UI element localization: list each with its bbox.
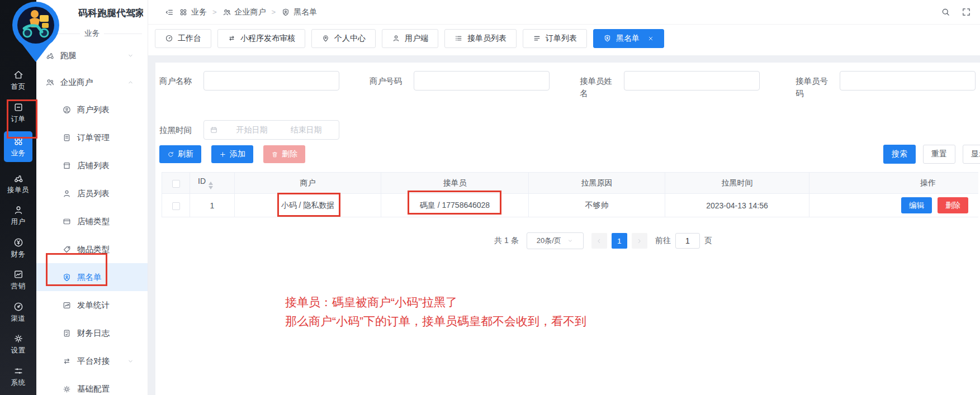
sidebar-item-订单管理[interactable]: 订单管理 <box>36 123 148 151</box>
sidebar-item-店铺类型[interactable]: 店铺类型 <box>36 207 148 235</box>
next-page-button[interactable] <box>632 233 647 249</box>
menu-fold-icon <box>165 8 174 17</box>
doc-check-icon <box>62 329 72 338</box>
delete-button[interactable]: 删除 <box>263 145 305 163</box>
filter-field-商户名称: 商户名称 <box>159 71 370 99</box>
search-button[interactable]: 搜索 <box>883 145 916 164</box>
goto-label: 前往 <box>655 236 671 246</box>
sidebar-item-label: 平台对接 <box>77 356 110 367</box>
rail-item-label: 订单 <box>11 115 26 124</box>
sidebar-item-店铺列表[interactable]: 店铺列表 <box>36 151 148 179</box>
col-id[interactable]: ID <box>190 173 235 194</box>
tab-工作台[interactable]: 工作台 <box>155 29 211 48</box>
rail-item-设置[interactable]: 设置 <box>4 331 32 358</box>
rail-item-营销[interactable]: 营销 <box>4 266 32 294</box>
sidebar-item-平台对接[interactable]: 平台对接 <box>36 347 148 375</box>
sort-icon[interactable] <box>209 182 213 189</box>
display-columns-button[interactable]: 显示 <box>963 145 980 164</box>
breadcrumb-label: 企业商户 <box>235 7 266 17</box>
rail-item-label: 渠道 <box>11 314 26 323</box>
swap-icon <box>228 34 236 42</box>
sidebar-item-黑名单[interactable]: 黑名单 <box>36 263 148 291</box>
goto-page-input[interactable] <box>675 233 700 249</box>
user-icon <box>13 204 24 216</box>
rail-item-label: 用户 <box>11 217 26 227</box>
search-icon[interactable] <box>941 7 950 17</box>
add-button[interactable]: 添加 <box>211 145 253 163</box>
prev-page-button[interactable] <box>591 233 607 249</box>
row-delete-button[interactable]: 删除 <box>938 197 968 213</box>
sidebar-item-财务日志[interactable]: 财务日志 <box>36 319 148 347</box>
rail-item-财务[interactable]: 财务 <box>4 234 32 261</box>
tab-label: 黑名单 <box>616 34 640 44</box>
page-unit-label: 页 <box>704 236 712 246</box>
sidebar-item-label: 企业商户 <box>60 77 93 88</box>
annotation-line-2: 那么商户“小码”下的订单，接单员碼皇都不会收到，看不到 <box>285 312 980 331</box>
rail-item-首页[interactable]: 首页 <box>4 67 32 94</box>
reset-button[interactable]: 重置 <box>923 145 955 164</box>
edit-button[interactable]: 编辑 <box>901 197 932 213</box>
sidebar-item-物品类型[interactable]: 物品类型 <box>36 235 148 263</box>
grid-icon <box>13 136 24 147</box>
swap-icon <box>62 356 72 366</box>
shield-user-icon <box>281 8 290 17</box>
rail-item-接单员[interactable]: 接单员 <box>4 170 32 197</box>
tab-用户端[interactable]: 用户端 <box>382 29 438 48</box>
date-range-picker[interactable]: 开始日期结束日期 <box>203 120 339 140</box>
rail-item-系统[interactable]: 系统 <box>4 363 32 390</box>
breadcrumb-item-业务[interactable]: 业务 <box>179 7 207 17</box>
rail-item-用户[interactable]: 用户 <box>4 202 32 230</box>
rail-item-label: 设置 <box>11 346 26 355</box>
breadcrumb-item-黑名单[interactable]: 黑名单 <box>281 7 317 17</box>
tab-黑名单[interactable]: 黑名单 <box>593 29 664 48</box>
scooter-icon <box>13 173 24 184</box>
page: 首页订单业务接单员用户财务营销渠道设置系统 码科跑腿代驾家政... 业务 跑腿企… <box>0 0 980 395</box>
select-all-checkbox[interactable] <box>172 180 180 188</box>
lines-icon <box>533 34 541 42</box>
sidebar-item-企业商户[interactable]: 企业商户 <box>36 69 148 96</box>
annotation-line-1: 接单员：碼皇被商户“小码”拉黑了 <box>285 293 980 312</box>
row-checkbox[interactable] <box>172 202 180 210</box>
rail-item-业务[interactable]: 业务 <box>4 131 32 162</box>
tab-小程序发布审核[interactable]: 小程序发布审核 <box>217 29 305 48</box>
tab-bar: 工作台小程序发布审核个人中心用户端接单员列表订单列表黑名单 <box>148 25 980 55</box>
tab-label: 订单列表 <box>546 34 577 44</box>
rail-item-label: 首页 <box>11 82 26 92</box>
content-card: 商户名称商户号码接单员姓名接单员号码拉黑时间开始日期结束日期 刷新 添加 删除 <box>155 63 980 395</box>
filter-field-接单员号码: 接单员号码 <box>796 71 977 99</box>
sidebar-item-基础配置[interactable]: 基础配置 <box>36 375 148 395</box>
search-group: 搜索 重置 显示 <box>883 145 980 164</box>
tab-接单员列表[interactable]: 接单员列表 <box>444 29 517 48</box>
gear-icon <box>13 333 24 344</box>
shield-user-icon <box>62 273 72 282</box>
refresh-button[interactable]: 刷新 <box>159 145 201 163</box>
tab-订单列表[interactable]: 订单列表 <box>523 29 587 48</box>
trash-icon <box>271 151 278 158</box>
current-page[interactable]: 1 <box>612 233 627 249</box>
tab-个人中心[interactable]: 个人中心 <box>311 29 376 48</box>
total-count: 共 1 条 <box>494 236 519 246</box>
list-icon <box>455 34 463 42</box>
breadcrumb-item-企业商户[interactable]: 企业商户 <box>222 7 266 17</box>
tab-label: 接单员列表 <box>467 34 506 44</box>
chevron-down-icon <box>567 237 574 244</box>
filter-input-接单员姓名[interactable] <box>624 71 760 91</box>
close-tab-icon[interactable] <box>647 35 654 42</box>
sidebar-item-商户列表[interactable]: 商户列表 <box>36 96 148 123</box>
filter-field-商户号码: 商户号码 <box>370 71 580 99</box>
sidebar-item-发单统计[interactable]: 发单统计 <box>36 291 148 319</box>
filter-input-商户名称[interactable] <box>203 71 339 91</box>
filter-input-商户号码[interactable] <box>414 71 550 91</box>
end-date-placeholder: 结束日期 <box>279 125 333 135</box>
filter-label: 拉黑时间 <box>159 120 195 136</box>
col-time: 拉黑时间 <box>665 173 809 194</box>
fullscreen-icon[interactable] <box>962 7 971 17</box>
app-logo-icon <box>7 1 64 63</box>
page-size-select[interactable]: 20条/页 <box>527 232 584 249</box>
rail-item-渠道[interactable]: 渠道 <box>4 298 32 326</box>
app-title: 码科跑腿代驾家政... <box>78 7 143 20</box>
sidebar-item-店员列表[interactable]: 店员列表 <box>36 179 148 207</box>
rail-item-订单[interactable]: 订单 <box>4 99 32 127</box>
dashboard-icon <box>165 34 173 42</box>
filter-input-接单员号码[interactable] <box>840 71 976 91</box>
